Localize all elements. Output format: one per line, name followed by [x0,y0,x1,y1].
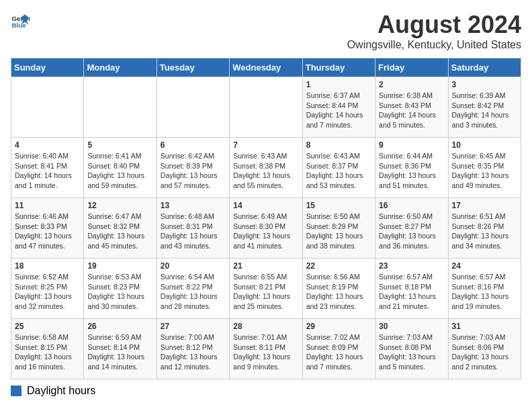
day-info: Sunrise: 7:03 AMSunset: 8:06 PMDaylight:… [452,332,517,372]
day-number: 9 [379,140,444,150]
day-info: Sunrise: 6:37 AMSunset: 8:44 PMDaylight:… [306,91,371,130]
calendar-week-row: 4Sunrise: 6:40 AMSunset: 8:41 PMDaylight… [11,138,521,198]
calendar-day-cell: 15Sunrise: 6:50 AMSunset: 8:29 PMDayligh… [302,198,375,259]
day-number: 29 [306,322,371,331]
logo: General Blue [11,11,30,30]
calendar-day-cell: 13Sunrise: 6:48 AMSunset: 8:31 PMDayligh… [157,198,229,259]
day-number: 31 [452,322,517,331]
day-number: 24 [452,261,517,271]
day-number: 26 [87,322,152,331]
day-number: 1 [306,80,371,89]
legend-label: Daylight hours [27,385,95,397]
calendar-day-cell: 7Sunrise: 6:43 AMSunset: 8:38 PMDaylight… [230,138,302,198]
legend: Daylight hours [11,385,521,397]
calendar-day-cell [157,77,229,138]
day-info: Sunrise: 6:48 AMSunset: 8:31 PMDaylight:… [161,212,226,251]
calendar-day-header: Thursday [302,58,375,77]
day-number: 3 [452,80,517,89]
calendar-day-cell: 24Sunrise: 6:57 AMSunset: 8:16 PMDayligh… [448,259,521,319]
day-info: Sunrise: 6:57 AMSunset: 8:16 PMDaylight:… [452,272,517,312]
calendar-day-cell: 23Sunrise: 6:57 AMSunset: 8:18 PMDayligh… [375,259,448,319]
day-info: Sunrise: 6:49 AMSunset: 8:30 PMDaylight:… [233,212,298,251]
main-title: August 2024 [347,11,521,39]
day-info: Sunrise: 6:56 AMSunset: 8:19 PMDaylight:… [306,272,371,312]
day-info: Sunrise: 6:47 AMSunset: 8:32 PMDaylight:… [87,212,152,251]
calendar-week-row: 11Sunrise: 6:46 AMSunset: 8:33 PMDayligh… [11,198,521,259]
day-number: 23 [379,261,444,271]
calendar-day-header: Saturday [448,58,521,77]
day-number: 25 [15,322,80,331]
calendar-day-header: Tuesday [157,58,229,77]
day-info: Sunrise: 6:57 AMSunset: 8:18 PMDaylight:… [379,272,444,312]
day-info: Sunrise: 6:39 AMSunset: 8:42 PMDaylight:… [452,91,517,130]
calendar-day-header: Friday [375,58,448,77]
calendar-week-row: 18Sunrise: 6:52 AMSunset: 8:25 PMDayligh… [11,259,521,319]
day-number: 17 [452,201,517,210]
calendar-table: SundayMondayTuesdayWednesdayThursdayFrid… [11,58,521,379]
day-info: Sunrise: 6:54 AMSunset: 8:22 PMDaylight:… [161,272,226,312]
page-header: General Blue August 2024 Owingsville, Ke… [11,11,521,51]
day-info: Sunrise: 6:53 AMSunset: 8:23 PMDaylight:… [87,272,152,312]
calendar-day-cell: 2Sunrise: 6:38 AMSunset: 8:43 PMDaylight… [375,77,448,138]
calendar-day-header: Monday [84,58,157,77]
day-number: 16 [379,201,444,210]
calendar-day-header: Sunday [11,58,84,77]
day-number: 12 [87,201,152,210]
calendar-day-cell: 9Sunrise: 6:44 AMSunset: 8:36 PMDaylight… [375,138,448,198]
calendar-week-row: 1Sunrise: 6:37 AMSunset: 8:44 PMDaylight… [11,77,521,138]
day-info: Sunrise: 6:59 AMSunset: 8:14 PMDaylight:… [87,332,152,372]
day-info: Sunrise: 6:58 AMSunset: 8:15 PMDaylight:… [15,332,80,372]
logo-icon: General Blue [11,11,30,30]
day-number: 6 [161,140,226,150]
day-number: 21 [233,261,298,271]
svg-text:Blue: Blue [11,21,26,29]
day-number: 27 [161,322,226,331]
day-info: Sunrise: 6:40 AMSunset: 8:41 PMDaylight:… [15,151,80,191]
day-number: 7 [233,140,298,150]
title-block: August 2024 Owingsville, Kentucky, Unite… [347,11,521,51]
calendar-day-cell: 1Sunrise: 6:37 AMSunset: 8:44 PMDaylight… [302,77,375,138]
day-info: Sunrise: 7:03 AMSunset: 8:08 PMDaylight:… [379,332,444,372]
day-number: 8 [306,140,371,150]
day-info: Sunrise: 6:45 AMSunset: 8:35 PMDaylight:… [452,151,517,191]
calendar-week-row: 25Sunrise: 6:58 AMSunset: 8:15 PMDayligh… [11,319,521,379]
calendar-day-cell: 6Sunrise: 6:42 AMSunset: 8:39 PMDaylight… [157,138,229,198]
calendar-day-cell: 11Sunrise: 6:46 AMSunset: 8:33 PMDayligh… [11,198,84,259]
calendar-day-cell: 8Sunrise: 6:43 AMSunset: 8:37 PMDaylight… [302,138,375,198]
day-info: Sunrise: 7:02 AMSunset: 8:09 PMDaylight:… [306,332,371,372]
day-number: 15 [306,201,371,210]
day-info: Sunrise: 6:55 AMSunset: 8:21 PMDaylight:… [233,272,298,312]
day-info: Sunrise: 6:43 AMSunset: 8:37 PMDaylight:… [306,151,371,191]
day-info: Sunrise: 6:41 AMSunset: 8:40 PMDaylight:… [87,151,152,191]
day-info: Sunrise: 6:50 AMSunset: 8:27 PMDaylight:… [379,212,444,251]
calendar-day-cell: 30Sunrise: 7:03 AMSunset: 8:08 PMDayligh… [375,319,448,379]
calendar-day-cell: 3Sunrise: 6:39 AMSunset: 8:42 PMDaylight… [448,77,521,138]
day-number: 5 [87,140,152,150]
legend-color [11,385,21,396]
calendar-day-cell: 14Sunrise: 6:49 AMSunset: 8:30 PMDayligh… [230,198,302,259]
day-info: Sunrise: 6:38 AMSunset: 8:43 PMDaylight:… [379,91,444,130]
calendar-day-cell: 26Sunrise: 6:59 AMSunset: 8:14 PMDayligh… [84,319,157,379]
calendar-day-cell: 4Sunrise: 6:40 AMSunset: 8:41 PMDaylight… [11,138,84,198]
day-number: 30 [379,322,444,331]
day-number: 11 [15,201,80,210]
calendar-day-cell: 28Sunrise: 7:01 AMSunset: 8:11 PMDayligh… [230,319,302,379]
calendar-day-cell [230,77,302,138]
calendar-day-cell: 16Sunrise: 6:50 AMSunset: 8:27 PMDayligh… [375,198,448,259]
day-number: 13 [161,201,226,210]
calendar-day-cell: 27Sunrise: 7:00 AMSunset: 8:12 PMDayligh… [157,319,229,379]
calendar-day-cell: 25Sunrise: 6:58 AMSunset: 8:15 PMDayligh… [11,319,84,379]
day-number: 19 [87,261,152,271]
calendar-day-cell: 20Sunrise: 6:54 AMSunset: 8:22 PMDayligh… [157,259,229,319]
day-number: 22 [306,261,371,271]
day-number: 28 [233,322,298,331]
day-number: 4 [15,140,80,150]
subtitle: Owingsville, Kentucky, United States [347,39,521,51]
day-info: Sunrise: 7:00 AMSunset: 8:12 PMDaylight:… [161,332,226,372]
calendar-day-cell: 31Sunrise: 7:03 AMSunset: 8:06 PMDayligh… [448,319,521,379]
day-number: 14 [233,201,298,210]
day-info: Sunrise: 7:01 AMSunset: 8:11 PMDaylight:… [233,332,298,372]
day-info: Sunrise: 6:52 AMSunset: 8:25 PMDaylight:… [15,272,80,312]
calendar-day-cell [84,77,157,138]
calendar-day-cell: 12Sunrise: 6:47 AMSunset: 8:32 PMDayligh… [84,198,157,259]
